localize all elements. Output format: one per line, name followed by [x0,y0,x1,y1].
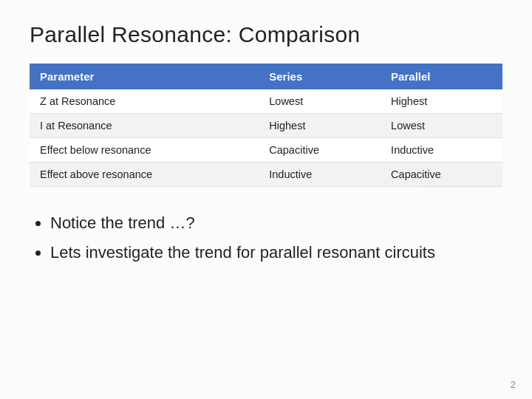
table-cell-1-0: I at Resonance [30,114,259,138]
table-cell-3-1: Inductive [259,163,381,187]
comparison-table: Parameter Series Parallel Z at Resonance… [30,64,502,187]
slide-title: Parallel Resonance: Comparison [30,22,502,47]
col-header-parallel: Parallel [381,64,502,89]
table-row: Z at ResonanceLowestHighest [30,89,502,114]
table-row: Effect below resonanceCapacitiveInductiv… [30,138,502,163]
bullet-item-1: Lets investigate the trend for parallel … [50,240,502,265]
col-header-series: Series [259,64,381,89]
table-cell-0-1: Lowest [259,89,381,114]
table-cell-1-2: Lowest [381,114,502,138]
col-header-parameter: Parameter [30,64,259,89]
table-cell-2-0: Effect below resonance [30,138,259,163]
table-cell-2-2: Inductive [381,138,502,163]
table-cell-3-0: Effect above resonance [30,163,259,187]
bullet-item-0: Notice the trend …? [50,211,502,236]
table-row: I at ResonanceHighestLowest [30,114,502,138]
page-number: 2 [511,379,516,390]
table-cell-3-2: Capacitive [381,163,502,187]
table-cell-2-1: Capacitive [259,138,381,163]
table-cell-0-2: Highest [381,89,502,114]
table-cell-0-0: Z at Resonance [30,89,259,114]
bullet-list: Notice the trend …?Lets investigate the … [30,211,502,270]
slide-container: Parallel Resonance: Comparison Parameter… [0,0,532,399]
table-cell-1-1: Highest [259,114,381,138]
table-row: Effect above resonanceInductiveCapacitiv… [30,163,502,187]
